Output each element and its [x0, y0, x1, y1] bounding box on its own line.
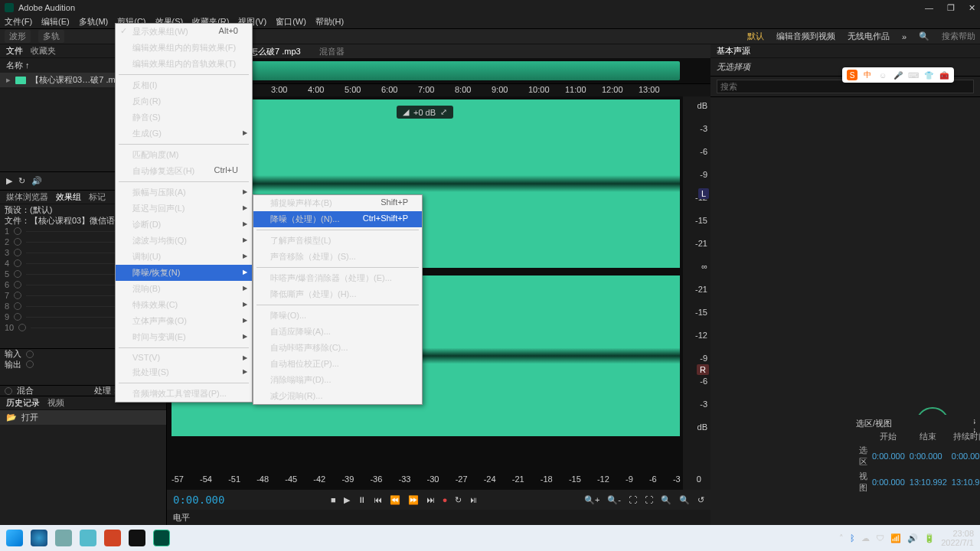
menu-item[interactable]: 消除嗡嗡声(D)... — [253, 372, 422, 388]
view-end[interactable]: 13:10.992 — [908, 470, 949, 494]
volume-icon[interactable]: 🔊 — [907, 533, 918, 543]
stop-icon[interactable]: ■ — [331, 495, 336, 504]
workspace-default[interactable]: 默认 — [747, 31, 764, 42]
effects-menu[interactable]: 显示效果组(W)Alt+0✓编辑效果组内的剪辑效果(F)编辑效果组内的音轨效果(… — [115, 23, 253, 403]
loop-icon[interactable]: ↻ — [455, 495, 462, 505]
workspace-radio[interactable]: 无线电作品 — [848, 31, 890, 42]
output-knob[interactable] — [26, 360, 34, 368]
audition-icon[interactable] — [153, 530, 170, 546]
menu-item[interactable]: 诊断(D) — [116, 217, 252, 233]
view-dur[interactable]: 13:10.992 — [950, 470, 980, 494]
menu-file[interactable]: 文件(F) — [5, 16, 32, 28]
menu-item[interactable]: 反向(R) — [116, 93, 252, 109]
menu-item[interactable]: 自动咔嗒声移除(C)... — [253, 340, 422, 356]
ime-mic-icon[interactable]: 🎤 — [893, 70, 903, 80]
zoom-sel-icon[interactable]: ⛶ — [645, 495, 653, 504]
menu-item[interactable]: 自动相位校正(P)... — [253, 356, 422, 372]
zoom-in-icon[interactable]: 🔍+ — [584, 495, 599, 505]
tray-up-icon[interactable]: ˄ — [839, 533, 844, 543]
rack-slot-power[interactable] — [18, 324, 26, 331]
rack-slot-power[interactable] — [14, 281, 21, 289]
bluetooth-icon[interactable]: ᛒ — [850, 533, 855, 543]
hud-pin-icon[interactable]: ⤢ — [440, 107, 447, 117]
menu-item[interactable]: 显示效果组(W)Alt+0✓ — [116, 24, 252, 40]
help-search[interactable]: 搜索帮助 — [942, 31, 975, 42]
search-icon[interactable]: 🔍 — [919, 31, 929, 41]
history-tab[interactable]: 历史记录 — [6, 397, 40, 409]
capcut-icon[interactable] — [129, 530, 145, 546]
video-tab[interactable]: 视频 — [47, 397, 64, 409]
menu-item[interactable]: 时间与变调(E) — [116, 329, 252, 345]
window-maximize[interactable]: ❐ — [947, 3, 955, 13]
view-start[interactable]: 0:00.000 — [871, 470, 906, 494]
workspace-edit-av[interactable]: 编辑音频到视频 — [776, 31, 835, 42]
clock-time[interactable]: 23:08 — [941, 529, 974, 538]
zoom-out-v-icon[interactable]: 🔍 — [679, 495, 690, 505]
menu-item[interactable]: VST(V) — [116, 350, 252, 364]
rack-slot-power[interactable] — [14, 302, 21, 310]
rack-slot-power[interactable] — [14, 270, 21, 278]
mode-multitrack[interactable]: 多轨 — [38, 30, 64, 43]
menu-item[interactable]: 批处理(S) — [116, 364, 252, 380]
clock-date[interactable]: 2022/7/1 — [941, 538, 974, 547]
ime-toolbox-icon[interactable]: 🧰 — [939, 70, 949, 80]
rack-slot-power[interactable] — [14, 249, 21, 256]
effects-rack-tab[interactable]: 效果组 — [56, 191, 81, 203]
ime-toolbar[interactable]: S 中 ☺ 🎤 ⌨ 👕 🧰 — [842, 67, 954, 83]
sel-start[interactable]: 0:00.000 — [871, 444, 906, 468]
media-browser-tab[interactable]: 媒体浏览器 — [6, 191, 48, 203]
menu-item[interactable]: 立体声声像(O) — [116, 313, 252, 329]
menu-item[interactable]: 音频增效工具管理器(P)... — [116, 386, 252, 402]
mode-waveform[interactable]: 波形 — [5, 30, 31, 43]
ime-emoji-icon[interactable]: ☺ — [877, 70, 888, 80]
sel-end[interactable]: 0:00.000 — [908, 444, 949, 468]
channel-badge-l[interactable]: L — [698, 188, 709, 199]
hud-db[interactable]: +0 dB — [413, 108, 436, 117]
timecode[interactable]: 0:00.000 — [173, 494, 224, 506]
onedrive-icon[interactable]: ☁ — [861, 533, 870, 543]
ime-logo-icon[interactable]: S — [847, 70, 858, 80]
ime-lang[interactable]: 中 — [862, 70, 873, 80]
channel-badge-r[interactable]: R — [697, 364, 709, 375]
power-icon[interactable] — [5, 387, 12, 395]
start-icon[interactable] — [6, 530, 23, 546]
menu-item[interactable]: 自适应降噪(A)... — [253, 324, 422, 340]
share-icon[interactable] — [80, 530, 96, 546]
markers-tab[interactable]: 标记 — [89, 191, 106, 203]
menu-item[interactable]: 调制(U) — [116, 249, 252, 265]
powerpoint-icon[interactable] — [104, 530, 121, 546]
pause-icon[interactable]: ⏸ — [358, 495, 366, 504]
col-name[interactable]: 名称 ↑ — [6, 60, 30, 71]
history-item[interactable]: 📂打开 — [0, 410, 166, 425]
favorites-tab[interactable]: 收藏夹 — [31, 45, 56, 57]
zoom-full-icon[interactable]: ⛶ — [629, 495, 637, 504]
menu-window[interactable]: 窗口(W) — [276, 16, 306, 28]
ime-skin-icon[interactable]: 👕 — [923, 70, 934, 80]
menu-help[interactable]: 帮助(H) — [315, 16, 344, 28]
loop-icon[interactable]: ↻ — [18, 176, 25, 186]
forward-icon[interactable]: ⏩ — [408, 495, 419, 505]
rack-slot-power[interactable] — [14, 259, 21, 267]
skip-selection-icon[interactable]: ⏯ — [469, 495, 478, 504]
noise-reduction-submenu[interactable]: 捕捉噪声样本(B)Shift+P降噪（处理）(N)...Ctrl+Shift+P… — [253, 194, 423, 405]
menu-item[interactable]: 滤波与均衡(Q) — [116, 233, 252, 249]
play-icon[interactable]: ▶ — [344, 495, 350, 505]
skip-start-icon[interactable]: ⏮ — [374, 495, 382, 504]
essential-sound-tab[interactable]: 基本声源 — [717, 45, 750, 57]
workspace-more-icon[interactable]: » — [902, 32, 906, 41]
menu-item[interactable]: 生成(G) — [116, 126, 252, 142]
edge-icon[interactable] — [31, 530, 47, 546]
skip-end-icon[interactable]: ⏭ — [426, 495, 435, 504]
menu-item[interactable]: 降噪(O)... — [253, 308, 422, 324]
rewind-icon[interactable]: ⏪ — [390, 495, 400, 505]
menu-item[interactable]: 降噪（处理）(N)...Ctrl+Shift+P — [253, 211, 422, 227]
auto-play-icon[interactable]: 🔊 — [31, 176, 42, 186]
rack-slot-power[interactable] — [14, 313, 21, 321]
menu-item[interactable]: 降低嘶声（处理）(H)... — [253, 286, 422, 302]
rack-slot-power[interactable] — [14, 238, 21, 246]
files-tab[interactable]: 文件 — [6, 45, 23, 57]
zoom-in-v-icon[interactable]: 🔍 — [661, 495, 671, 505]
windows-taskbar[interactable]: ˄ ᛒ ☁ 🛡 📶 🔊 🔋 23:08 2022/7/1 — [0, 525, 980, 551]
menu-item[interactable]: 特殊效果(C) — [116, 297, 252, 313]
menu-item[interactable]: 混响(B) — [116, 281, 252, 297]
